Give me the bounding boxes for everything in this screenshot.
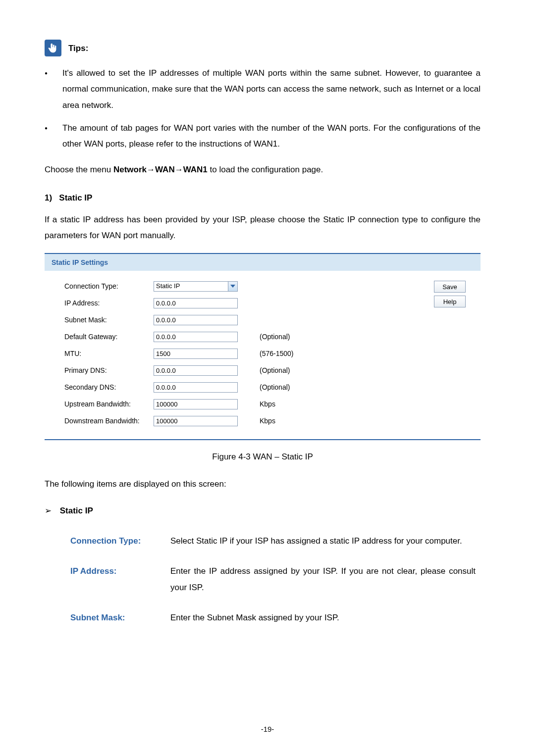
hint-secondary-dns: (Optional)	[260, 379, 369, 396]
page-number: -19-	[0, 722, 535, 737]
primary-dns-input[interactable]	[154, 365, 238, 376]
chevron-down-icon	[228, 282, 237, 291]
menu-path-suffix: to load the configuration page.	[208, 165, 323, 174]
desc-value: Enter the IP address assigned by your IS…	[170, 563, 481, 609]
figure-caption: Figure 4-3 WAN – Static IP	[45, 449, 481, 465]
label-default-gateway: Default Gateway:	[64, 328, 154, 345]
tips-label: Tips:	[68, 41, 88, 56]
connection-type-select[interactable]: Static IP	[154, 281, 238, 292]
desc-label: Subnet Mask:	[45, 609, 170, 640]
static-ip-settings-panel: Static IP Settings Connection Type: IP A…	[45, 253, 481, 441]
desc-value: Enter the Subnet Mask assigned by your I…	[170, 609, 481, 640]
section-title: Static IP	[59, 193, 92, 202]
secondary-dns-input[interactable]	[154, 382, 238, 393]
following-items-text: The following items are displayed on thi…	[45, 476, 481, 492]
hand-pointer-icon	[45, 40, 61, 56]
section-number: 1)	[45, 193, 52, 202]
subnet-mask-input[interactable]	[154, 315, 238, 325]
label-mtu: MTU:	[64, 345, 154, 362]
help-button[interactable]: Help	[434, 296, 466, 307]
desc-row-ip-address: IP Address: Enter the IP address assigne…	[45, 563, 481, 609]
panel-title: Static IP Settings	[45, 254, 481, 271]
hint-mtu: (576-1500)	[260, 345, 369, 362]
desc-row-connection-type: Connection Type: Select Static IP if you…	[45, 533, 481, 563]
label-ip-address: IP Address:	[64, 295, 154, 311]
ip-address-input[interactable]	[154, 298, 238, 308]
upstream-bandwidth-input[interactable]	[154, 399, 238, 409]
arrow-heading-static-ip: Static IP	[45, 503, 481, 519]
hint-connection-type	[260, 278, 369, 295]
description-table: Connection Type: Select Static IP if you…	[45, 533, 481, 640]
tips-item: The amount of tab pages for WAN port var…	[45, 120, 481, 152]
desc-row-subnet-mask: Subnet Mask: Enter the Subnet Mask assig…	[45, 609, 481, 640]
hint-upstream-bandwidth: Kbps	[260, 396, 369, 412]
menu-path: Choose the menu Network→WAN→WAN1 to load…	[45, 162, 481, 178]
menu-path-prefix: Choose the menu	[45, 165, 113, 174]
desc-label: IP Address:	[45, 563, 170, 609]
default-gateway-input[interactable]	[154, 332, 238, 342]
mtu-input[interactable]	[154, 349, 238, 359]
label-primary-dns: Primary DNS:	[64, 362, 154, 379]
menu-path-bold: Network→WAN→WAN1	[113, 165, 208, 174]
downstream-bandwidth-input[interactable]	[154, 416, 238, 426]
section-heading: 1) Static IP	[45, 190, 481, 206]
hint-downstream-bandwidth: Kbps	[260, 412, 369, 429]
document-page: Tips: It's allowed to set the IP address…	[0, 0, 535, 756]
save-button[interactable]: Save	[434, 281, 466, 293]
desc-value: Select Static IP if your ISP has assigne…	[170, 533, 481, 563]
label-downstream-bandwidth: Downstream Bandwidth:	[64, 412, 154, 429]
tips-item: It's allowed to set the IP addresses of …	[45, 65, 481, 113]
label-subnet-mask: Subnet Mask:	[64, 311, 154, 328]
tips-header: Tips:	[45, 40, 481, 56]
section-intro: If a static IP address has been provided…	[45, 212, 481, 244]
label-secondary-dns: Secondary DNS:	[64, 379, 154, 396]
hint-default-gateway: (Optional)	[260, 328, 369, 345]
label-upstream-bandwidth: Upstream Bandwidth:	[64, 396, 154, 412]
tips-list: It's allowed to set the IP addresses of …	[45, 65, 481, 152]
hint-primary-dns: (Optional)	[260, 362, 369, 379]
desc-label: Connection Type:	[45, 533, 170, 563]
hint-subnet-mask	[260, 311, 369, 328]
arrow-heading-text: Static IP	[60, 506, 93, 515]
connection-type-value: Static IP	[154, 280, 228, 293]
hint-ip-address	[260, 295, 369, 311]
label-connection-type: Connection Type:	[64, 278, 154, 295]
